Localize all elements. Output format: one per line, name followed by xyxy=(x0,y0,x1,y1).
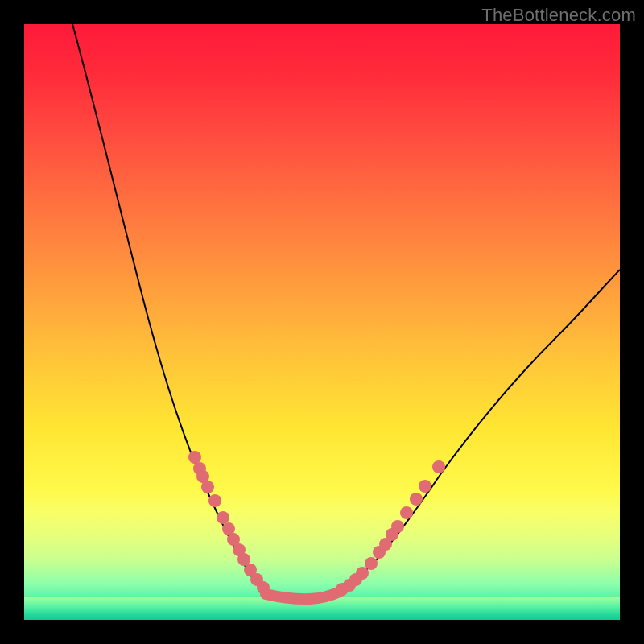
data-dot xyxy=(419,480,431,493)
data-dot xyxy=(257,581,270,594)
plot-area xyxy=(24,24,620,620)
watermark-text: TheBottleneck.com xyxy=(481,5,636,26)
data-dot xyxy=(356,567,369,580)
left-branch-dots xyxy=(188,451,270,594)
data-dot xyxy=(432,460,445,473)
data-dot xyxy=(208,494,221,507)
curve-svg xyxy=(24,24,620,620)
curve-flat-bottom xyxy=(266,592,340,599)
data-dot xyxy=(365,557,378,570)
data-dot xyxy=(217,511,229,524)
chart-frame: TheBottleneck.com xyxy=(0,0,644,644)
data-dot xyxy=(391,520,404,533)
bottleneck-curve xyxy=(72,24,620,598)
data-dot xyxy=(188,451,201,464)
data-dot xyxy=(201,481,214,493)
data-dot xyxy=(400,506,413,519)
right-branch-dots xyxy=(336,460,445,596)
data-dot xyxy=(410,493,423,506)
